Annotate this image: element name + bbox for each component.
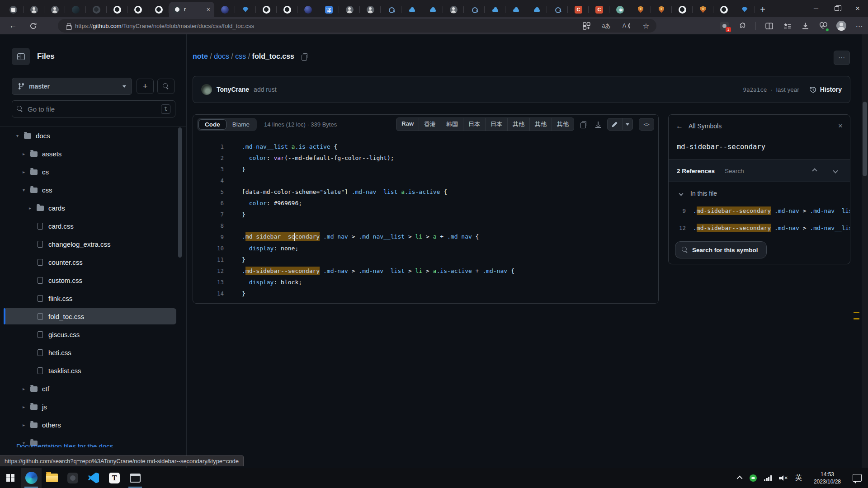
tree-folder-row[interactable]: ▸cards [4, 200, 176, 216]
commit-message[interactable]: add rust [254, 86, 277, 93]
new-tab-button[interactable]: + [755, 2, 770, 17]
tree-file-row[interactable]: tasklist.css [4, 362, 176, 379]
close-symbols-icon[interactable]: × [838, 122, 843, 131]
back-button[interactable]: ← [6, 19, 20, 33]
browser-tab[interactable] [360, 2, 381, 17]
line-number[interactable]: 9 [193, 234, 224, 240]
profile-avatar[interactable] [836, 21, 846, 31]
code-line[interactable]: 14} [193, 288, 658, 299]
browser-tab[interactable] [148, 2, 169, 17]
tree-folder-row[interactable]: ▾docs [4, 127, 176, 144]
browser-tab[interactable] [672, 2, 693, 17]
code-line[interactable]: 7} [193, 209, 658, 220]
window-minimize-button[interactable]: ─ [806, 0, 826, 17]
browser-tab[interactable] [3, 2, 24, 17]
reference-row[interactable]: 9.md-sidebar--secondary .md-nav > .md-na… [669, 202, 850, 219]
window-restore-button[interactable] [826, 0, 847, 17]
browser-tab[interactable] [24, 2, 44, 17]
tree-folder-row[interactable]: ▸js [4, 399, 176, 415]
line-number[interactable]: 6 [193, 200, 224, 206]
active-tab[interactable]: r× [169, 2, 214, 17]
add-file-button[interactable]: + [137, 79, 154, 94]
tray-ime[interactable]: 英 [792, 468, 806, 488]
browser-tab[interactable] [526, 2, 547, 17]
tree-file-row[interactable]: heti.css [4, 344, 176, 361]
line-number[interactable]: 14 [193, 290, 224, 297]
line-number[interactable]: 10 [193, 245, 224, 252]
download-helper-button[interactable]: 其他 [552, 117, 574, 131]
code-line[interactable]: 1.md-nav__list a.is-active { [193, 141, 658, 152]
code-line[interactable]: 12.md-sidebar--secondary .md-nav > .md-n… [193, 265, 658, 277]
lock-icon[interactable] [66, 23, 71, 29]
previous-reference-icon[interactable] [812, 168, 817, 173]
edit-dropdown-button[interactable] [622, 118, 633, 131]
browser-tab[interactable] [44, 2, 65, 17]
refresh-button[interactable] [26, 19, 40, 33]
breadcrumb-repo-link[interactable]: note [193, 52, 208, 61]
browser-tab[interactable] [277, 2, 297, 17]
taskbar-terminal[interactable] [125, 468, 146, 488]
page-scrollbar-thumb[interactable] [863, 102, 867, 176]
browser-tab[interactable] [443, 2, 464, 17]
back-to-symbols-icon[interactable]: ← [676, 122, 683, 130]
commit-author-avatar[interactable] [201, 84, 212, 95]
browser-tab[interactable] [235, 2, 256, 17]
references-search-label[interactable]: Search [725, 168, 744, 174]
commit-sha[interactable]: 9a2a1ce [743, 86, 767, 93]
breadcrumb-css-link[interactable]: css [235, 52, 246, 61]
tree-folder-row[interactable]: ▸assets [4, 145, 176, 162]
code-line[interactable]: 13 display: block; [193, 277, 658, 288]
extension-app-icon[interactable]: 1 [719, 21, 729, 31]
download-file-icon[interactable] [592, 118, 604, 130]
tree-search-button[interactable] [157, 79, 175, 94]
line-number[interactable]: 4 [193, 177, 224, 184]
browser-tab[interactable] [568, 2, 589, 17]
symbols-panel-toggle[interactable]: <> [639, 118, 654, 131]
tab-code[interactable]: Code [198, 119, 226, 130]
tree-file-row[interactable]: fold_toc.css [4, 308, 176, 324]
translate-icon[interactable]: aあ [601, 21, 611, 31]
tree-file-row[interactable]: changelog_extra.css [4, 236, 176, 252]
all-symbols-label[interactable]: All Symbols [689, 122, 722, 130]
browser-tab[interactable] [214, 2, 235, 17]
tray-show-hidden-icons[interactable] [735, 468, 746, 488]
code-line[interactable]: 3} [193, 164, 658, 175]
taskbar-vscode[interactable] [83, 468, 104, 488]
tab-blame[interactable]: Blame [226, 119, 255, 130]
browser-tab[interactable] [127, 2, 148, 17]
browser-tab[interactable] [693, 2, 713, 17]
browser-tab[interactable] [734, 2, 755, 17]
tree-file-row[interactable]: counter.css [4, 254, 176, 270]
go-to-file-input[interactable]: Go to file t [12, 100, 175, 117]
favorite-star-icon[interactable]: ☆ [641, 21, 651, 31]
code-line[interactable]: 11} [193, 254, 658, 265]
browser-tab[interactable] [422, 2, 443, 17]
download-helper-button[interactable]: 日本 [463, 117, 486, 131]
read-aloud-icon[interactable]: A [621, 21, 631, 31]
code-line[interactable]: 9.md-sidebar--secondary .md-nav > .md-na… [193, 231, 658, 243]
next-reference-icon[interactable] [833, 168, 838, 173]
download-helper-button[interactable]: 其他 [507, 117, 530, 131]
browser-tab[interactable] [86, 2, 107, 17]
collections-icon[interactable] [782, 21, 792, 31]
line-number[interactable]: 7 [193, 211, 224, 218]
browser-tab[interactable] [401, 2, 422, 17]
tray-action-center[interactable] [849, 468, 868, 488]
tree-folder-row[interactable]: ▸others [4, 417, 176, 433]
code-line[interactable]: 8 [193, 220, 658, 231]
clipped-sidebar-link[interactable]: Documentation files for the docs [16, 442, 152, 447]
tree-folder-row[interactable]: ▾css [4, 182, 176, 198]
browser-tab[interactable] [609, 2, 630, 17]
browser-tab[interactable] [464, 2, 485, 17]
page-scrollbar[interactable] [862, 34, 868, 468]
search-for-symbol-button[interactable]: Search for this symbol [675, 241, 767, 258]
line-number[interactable]: 5 [193, 188, 224, 195]
line-number[interactable]: 2 [193, 155, 224, 161]
line-number[interactable]: 3 [193, 166, 224, 173]
line-number[interactable]: 12 [193, 267, 224, 274]
taskbar-edge[interactable] [21, 468, 42, 488]
taskbar-camera-app[interactable] [62, 468, 83, 488]
page-overflow-menu-button[interactable]: ⋯ [834, 51, 850, 65]
extensions-puzzle-icon[interactable] [737, 21, 747, 31]
collapse-sidebar-button[interactable] [12, 48, 30, 65]
